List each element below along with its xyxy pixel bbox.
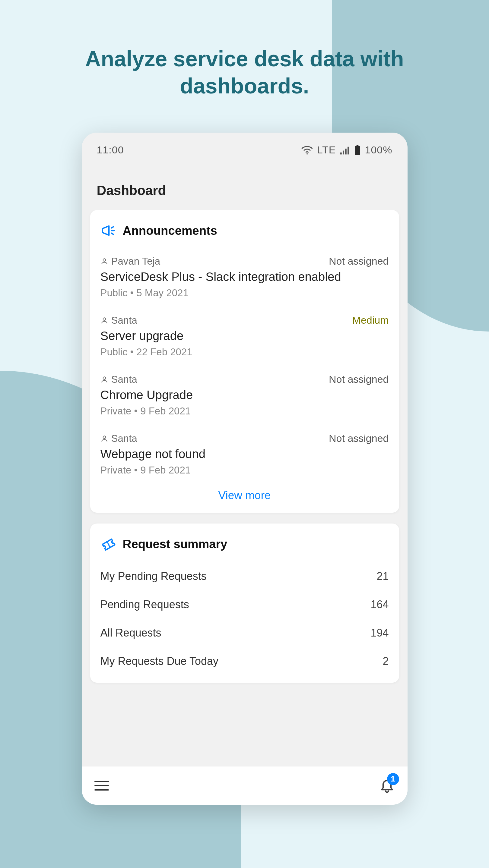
announcement-visibility: Private (100, 464, 132, 475)
user-icon (100, 375, 108, 383)
summary-row[interactable]: Pending Requests 164 (100, 590, 389, 619)
svg-point-0 (307, 153, 308, 154)
user-icon (100, 257, 108, 265)
request-summary-header: Request summary (100, 536, 389, 552)
summary-count: 194 (370, 627, 389, 639)
summary-count: 2 (382, 655, 389, 668)
announcement-top-row: Santa Not assigned (100, 433, 389, 444)
announcement-user: Santa (100, 374, 137, 385)
megaphone-icon (100, 223, 116, 239)
battery-percent: 100% (365, 144, 393, 156)
announcement-meta: Private • 9 Feb 2021 (100, 464, 389, 476)
announcement-title: ServiceDesk Plus - Slack integration ena… (100, 270, 389, 284)
summary-row[interactable]: My Pending Requests 21 (100, 562, 389, 590)
announcement-visibility: Public (100, 287, 127, 299)
meta-separator: • (130, 346, 137, 358)
announcement-user-name: Pavan Teja (111, 255, 161, 267)
meta-separator: • (130, 287, 137, 299)
svg-point-11 (103, 318, 106, 320)
summary-count: 164 (370, 598, 389, 611)
announcement-title: Webpage not found (100, 447, 389, 461)
svg-line-9 (111, 233, 113, 235)
announcement-item[interactable]: Santa Medium Server upgrade Public • 22 … (100, 308, 389, 367)
summary-label: All Requests (100, 627, 162, 639)
announcement-user-name: Santa (111, 374, 137, 385)
announcement-date: 5 May 2021 (136, 287, 188, 299)
svg-rect-2 (343, 150, 344, 154)
announcement-item[interactable]: Pavan Teja Not assigned ServiceDesk Plus… (100, 249, 389, 308)
announcement-top-row: Santa Medium (100, 314, 389, 326)
announcement-date: 9 Feb 2021 (140, 405, 191, 416)
status-bar: 11:00 LTE 100% (82, 133, 407, 162)
meta-separator: • (134, 405, 140, 416)
menu-button[interactable] (94, 778, 109, 794)
summary-row[interactable]: My Requests Due Today 2 (100, 647, 389, 675)
announcement-date: 22 Feb 2021 (136, 346, 192, 358)
announcement-date: 9 Feb 2021 (140, 464, 191, 475)
announcement-user: Santa (100, 433, 137, 444)
network-label: LTE (317, 144, 336, 156)
svg-rect-6 (355, 146, 360, 155)
signal-icon (340, 146, 350, 155)
svg-line-8 (111, 227, 113, 228)
page-title: Dashboard (82, 162, 407, 210)
announcements-list: Pavan Teja Not assigned ServiceDesk Plus… (100, 249, 389, 485)
announcement-status: Not assigned (329, 255, 389, 267)
user-icon (100, 316, 108, 324)
content-area: Announcements Pavan Teja Not assigned Se… (82, 210, 407, 766)
svg-rect-5 (356, 145, 358, 146)
notifications-button[interactable]: 1 (379, 777, 395, 794)
summary-count: 21 (376, 570, 389, 583)
announcement-user-name: Santa (111, 433, 137, 444)
announcement-title: Chrome Upgrade (100, 388, 389, 402)
wifi-icon (301, 146, 313, 155)
announcements-card: Announcements Pavan Teja Not assigned Se… (90, 210, 399, 513)
announcement-top-row: Santa Not assigned (100, 373, 389, 385)
announcement-status: Not assigned (329, 433, 389, 444)
announcement-meta: Public • 22 Feb 2021 (100, 346, 389, 358)
announcement-title: Server upgrade (100, 329, 389, 343)
announcement-user-name: Santa (111, 315, 137, 326)
phone-frame: 11:00 LTE 100% Dashboard Announcements (82, 133, 407, 805)
battery-icon (354, 145, 361, 155)
announcement-user: Santa (100, 315, 137, 326)
svg-line-14 (107, 541, 110, 547)
announcement-item[interactable]: Santa Not assigned Webpage not found Pri… (100, 426, 389, 485)
announcements-header: Announcements (100, 223, 389, 239)
announcement-user: Pavan Teja (100, 255, 161, 267)
announcement-visibility: Public (100, 346, 127, 358)
svg-rect-4 (347, 147, 349, 154)
svg-rect-3 (345, 149, 347, 154)
announcement-status: Medium (352, 314, 389, 326)
status-right-cluster: LTE 100% (301, 144, 393, 156)
svg-point-10 (103, 258, 106, 261)
announcement-top-row: Pavan Teja Not assigned (100, 255, 389, 267)
svg-point-12 (103, 377, 106, 379)
marketing-headline: Analyze service desk data with dashboard… (0, 0, 489, 99)
bottom-bar: 1 (82, 766, 407, 805)
request-summary-card: Request summary My Pending Requests 21 P… (90, 524, 399, 683)
meta-separator: • (134, 464, 140, 475)
svg-rect-1 (340, 153, 342, 154)
summary-row[interactable]: All Requests 194 (100, 619, 389, 647)
user-icon (100, 435, 108, 442)
announcement-status: Not assigned (329, 373, 389, 385)
svg-point-13 (103, 436, 106, 438)
announcements-title: Announcements (123, 224, 217, 238)
summary-label: My Pending Requests (100, 570, 207, 583)
summary-label: My Requests Due Today (100, 655, 219, 668)
view-more-button[interactable]: View more (100, 485, 389, 505)
notifications-badge: 1 (387, 773, 399, 785)
status-time: 11:00 (97, 144, 124, 156)
announcement-meta: Private • 9 Feb 2021 (100, 405, 389, 417)
request-summary-title: Request summary (123, 537, 227, 551)
summary-label: Pending Requests (100, 598, 189, 611)
announcement-visibility: Private (100, 405, 132, 416)
announcement-item[interactable]: Santa Not assigned Chrome Upgrade Privat… (100, 367, 389, 426)
announcement-meta: Public • 5 May 2021 (100, 287, 389, 299)
ticket-icon (100, 536, 116, 552)
request-summary-list: My Pending Requests 21 Pending Requests … (100, 562, 389, 675)
